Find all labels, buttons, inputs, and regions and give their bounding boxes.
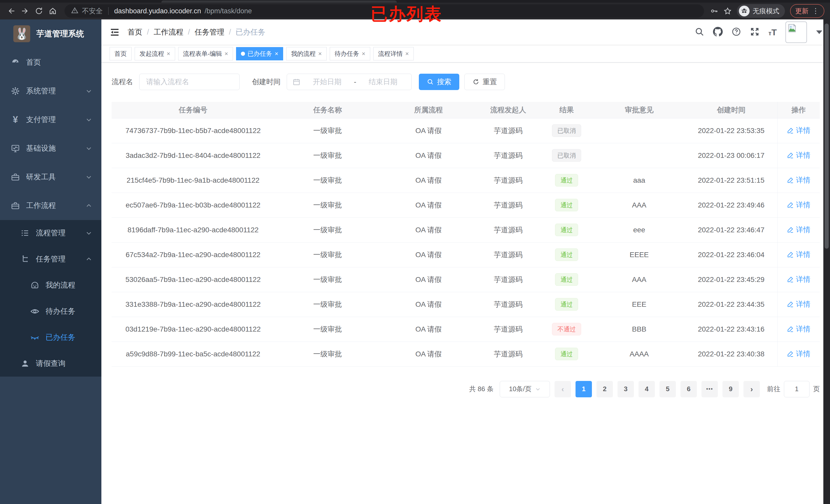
prev-page-button[interactable]: ‹ bbox=[554, 381, 571, 397]
sidebar-item-label: 研发工具 bbox=[26, 172, 86, 182]
col-create-time: 创建时间 bbox=[685, 102, 777, 118]
detail-button[interactable]: 详情 bbox=[787, 250, 810, 260]
sidebar-item-payment[interactable]: ¥ 支付管理 bbox=[0, 105, 101, 134]
help-icon[interactable] bbox=[731, 27, 741, 38]
tab-done-tasks[interactable]: 已办任务× bbox=[236, 47, 283, 60]
status-badge: 不通过 bbox=[552, 323, 581, 335]
page-button-3[interactable]: 3 bbox=[617, 381, 634, 397]
page-button-6[interactable]: 6 bbox=[680, 381, 697, 397]
scrollbar-thumb[interactable] bbox=[825, 24, 829, 249]
close-icon[interactable]: × bbox=[225, 51, 228, 57]
update-button[interactable]: 更新 ⋮ bbox=[790, 4, 824, 18]
key-icon[interactable] bbox=[710, 7, 719, 15]
dashboard-icon bbox=[10, 57, 21, 68]
sidebar-item-infra[interactable]: 基础设施 bbox=[0, 134, 101, 163]
close-icon[interactable]: × bbox=[318, 51, 322, 57]
detail-button[interactable]: 详情 bbox=[787, 274, 810, 284]
page-button-5[interactable]: 5 bbox=[660, 381, 676, 397]
font-size-icon[interactable]: тT bbox=[768, 28, 777, 37]
url-bar[interactable]: 不安全 dashboard.yudao.iocoder.cn/bpm/task/… bbox=[65, 4, 704, 18]
home-icon[interactable] bbox=[47, 5, 58, 16]
tab-start-process[interactable]: 发起流程× bbox=[135, 47, 175, 60]
tab-todo-tasks[interactable]: 待办任务× bbox=[330, 47, 370, 60]
tab-home[interactable]: 首页 bbox=[109, 47, 132, 60]
detail-button[interactable]: 详情 bbox=[787, 175, 810, 185]
sidebar-item-home[interactable]: 首页 bbox=[0, 48, 101, 77]
not-secure-icon[interactable] bbox=[71, 7, 78, 15]
cell-create-time: 2022-01-22 23:40:38 bbox=[685, 341, 777, 366]
cell-process: OA 请假 bbox=[381, 118, 476, 143]
cell-create-time: 2022-01-22 23:51:15 bbox=[685, 168, 777, 193]
cell-comment bbox=[593, 143, 685, 168]
avatar-caret-icon[interactable] bbox=[816, 30, 822, 34]
bookmark-star-icon[interactable] bbox=[724, 7, 732, 15]
reset-button[interactable]: 重置 bbox=[465, 74, 505, 90]
detail-button[interactable]: 详情 bbox=[787, 200, 810, 210]
breadcrumb-workflow[interactable]: 工作流程 bbox=[154, 27, 183, 37]
sidebar-item-task-mgmt[interactable]: 任务管理 bbox=[0, 246, 101, 272]
page-size-select[interactable]: 10条/页 bbox=[500, 381, 550, 397]
sidebar-logo[interactable]: 🐰 芋道管理系统 bbox=[0, 20, 101, 48]
sidebar-item-label: 工作流程 bbox=[26, 201, 86, 211]
tab-my-process[interactable]: 我的流程× bbox=[286, 47, 327, 60]
cell-create-time: 2022-01-22 23:45:29 bbox=[685, 267, 777, 292]
table-row: ec507ae6-7b9a-11ec-b03b-acde48001122 一级审… bbox=[111, 193, 820, 217]
detail-button[interactable]: 详情 bbox=[787, 324, 810, 334]
start-date-placeholder[interactable]: 开始日期 bbox=[305, 77, 350, 87]
end-date-placeholder[interactable]: 结束日期 bbox=[360, 77, 406, 87]
edit-icon bbox=[787, 152, 794, 159]
date-range-picker[interactable]: 开始日期 - 结束日期 bbox=[287, 74, 412, 90]
sidebar-item-my-process[interactable]: 我的流程 bbox=[0, 272, 101, 298]
tab-form-edit[interactable]: 流程表单-编辑× bbox=[178, 47, 233, 60]
page-button-9[interactable]: 9 bbox=[723, 381, 739, 397]
cell-task-name: 一级审批 bbox=[275, 267, 381, 292]
process-name-input[interactable] bbox=[139, 74, 240, 90]
close-icon[interactable]: × bbox=[362, 51, 365, 57]
page-button-2[interactable]: 2 bbox=[597, 381, 613, 397]
sidebar-item-process-mgmt[interactable]: 流程管理 bbox=[0, 220, 101, 246]
search-button[interactable]: 搜索 bbox=[419, 74, 459, 90]
sidebar-item-workflow[interactable]: 工作流程 bbox=[0, 191, 101, 220]
more-pages-button[interactable]: ••• bbox=[701, 381, 718, 397]
sidebar-item-todo-tasks[interactable]: 待办任务 bbox=[0, 298, 101, 325]
search-icon[interactable] bbox=[695, 27, 704, 38]
incognito-badge[interactable]: 无痕模式 bbox=[737, 4, 785, 18]
close-icon[interactable]: × bbox=[275, 51, 278, 57]
close-icon[interactable]: × bbox=[405, 51, 409, 57]
logo-image: 🐰 bbox=[13, 25, 30, 42]
edit-icon bbox=[787, 276, 794, 283]
cell-task-name: 一级审批 bbox=[275, 242, 381, 267]
detail-button[interactable]: 详情 bbox=[787, 299, 810, 309]
browser-active-tab[interactable] bbox=[161, 1, 397, 3]
sidebar-item-leave-query[interactable]: 请假查询 bbox=[0, 350, 101, 377]
user-icon bbox=[20, 359, 30, 369]
goto-page-input[interactable] bbox=[784, 381, 809, 397]
detail-button[interactable]: 详情 bbox=[787, 349, 810, 359]
avatar[interactable] bbox=[786, 22, 807, 43]
github-icon[interactable] bbox=[713, 27, 723, 38]
cell-task-name: 一级审批 bbox=[275, 168, 381, 193]
next-page-button[interactable]: › bbox=[743, 381, 760, 397]
close-icon[interactable]: × bbox=[167, 51, 170, 57]
detail-button[interactable]: 详情 bbox=[787, 150, 810, 160]
sidebar-item-devtools[interactable]: 研发工具 bbox=[0, 163, 101, 191]
url-path: /bpm/task/done bbox=[204, 7, 252, 15]
breadcrumb-home[interactable]: 首页 bbox=[127, 27, 142, 37]
fullscreen-icon[interactable] bbox=[750, 27, 760, 38]
page-scrollbar[interactable] bbox=[823, 20, 830, 504]
browser-menu-icon[interactable]: ⋮ bbox=[812, 7, 819, 14]
sidebar-collapse-icon[interactable] bbox=[109, 27, 120, 38]
detail-button[interactable]: 详情 bbox=[787, 126, 810, 135]
tab-process-detail[interactable]: 流程详情× bbox=[373, 47, 414, 60]
back-icon[interactable] bbox=[6, 5, 17, 16]
page-button-1[interactable]: 1 bbox=[576, 381, 592, 397]
cell-starter: 芋道源码 bbox=[476, 168, 540, 193]
forward-icon[interactable] bbox=[20, 5, 31, 16]
breadcrumb-task-mgmt[interactable]: 任务管理 bbox=[195, 27, 224, 37]
detail-button[interactable]: 详情 bbox=[787, 225, 810, 235]
cell-comment: AAA bbox=[593, 267, 685, 292]
page-button-4[interactable]: 4 bbox=[639, 381, 655, 397]
sidebar-item-done-tasks[interactable]: 已办任务 bbox=[0, 325, 101, 350]
sidebar-item-system[interactable]: 系统管理 bbox=[0, 77, 101, 105]
reload-icon[interactable] bbox=[33, 5, 44, 16]
